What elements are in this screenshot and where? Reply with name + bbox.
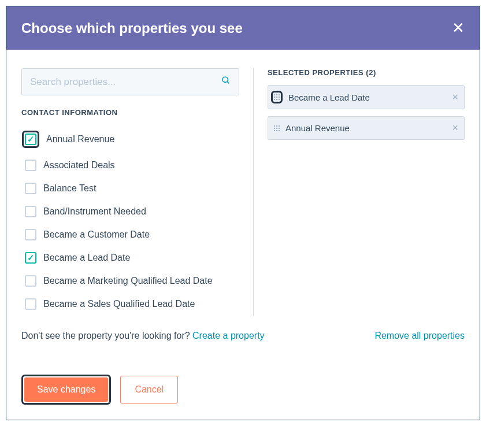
selected-list: Became a Lead Date×Annual Revenue× [268, 85, 465, 140]
missing-property-text: Don't see the property you're looking fo… [21, 331, 192, 340]
selected-item[interactable]: Became a Lead Date× [268, 85, 465, 109]
selected-count: 2 [369, 68, 373, 77]
dialog-header: Choose which properties you see ✕ [6, 6, 480, 50]
property-item[interactable]: Balance Test [21, 177, 239, 200]
dialog-title: Choose which properties you see [21, 20, 243, 36]
property-item[interactable]: Became a Lead Date [21, 246, 239, 269]
create-property-link[interactable]: Create a property [192, 331, 265, 340]
property-checkbox[interactable] [25, 160, 36, 171]
search-input[interactable] [30, 76, 221, 88]
property-item[interactable]: Band/Instrument Needed [21, 200, 239, 223]
selected-heading: SELECTED PROPERTIES (2) [268, 68, 465, 77]
drag-handle-icon[interactable] [274, 125, 280, 131]
cancel-button[interactable]: Cancel [120, 376, 178, 403]
property-label: Balance Test [43, 183, 96, 194]
save-button-highlight: Save changes [21, 375, 111, 405]
close-icon[interactable]: ✕ [452, 19, 465, 37]
selected-label-text: SELECTED PROPERTIES [268, 68, 363, 77]
property-item[interactable]: Associated Deals [21, 154, 239, 177]
svg-point-0 [222, 77, 228, 82]
property-label: Band/Instrument Needed [43, 206, 146, 217]
property-checkbox[interactable] [25, 229, 36, 240]
property-item[interactable]: Became a Marketing Qualified Lead Date [21, 269, 239, 293]
property-label: Became a Customer Date [43, 229, 150, 240]
drag-handle-icon[interactable] [274, 94, 280, 100]
property-checkbox[interactable] [25, 134, 36, 145]
property-checkbox[interactable] [25, 183, 36, 194]
property-item[interactable]: Annual Revenue [21, 125, 239, 154]
property-label: Became a Marketing Qualified Lead Date [43, 276, 213, 286]
property-checkbox[interactable] [25, 275, 36, 287]
selected-item-label: Annual Revenue [285, 123, 447, 133]
remove-icon[interactable]: × [452, 122, 458, 134]
property-item[interactable]: Became a Customer Date [21, 223, 239, 246]
properties-dialog: Choose which properties you see ✕ CONTAC… [6, 6, 480, 420]
selected-item-label: Became a Lead Date [288, 92, 447, 102]
remove-all-link[interactable]: Remove all properties [374, 331, 465, 341]
svg-line-1 [227, 82, 229, 83]
property-label: Annual Revenue [46, 134, 114, 145]
property-label: Became a Lead Date [43, 253, 130, 263]
property-checkbox[interactable] [25, 298, 36, 310]
property-checkbox[interactable] [25, 206, 36, 217]
create-property-prompt: Don't see the property you're looking fo… [21, 331, 265, 341]
available-properties-panel: CONTACT INFORMATION Annual RevenueAssoci… [21, 68, 239, 316]
drag-handle-highlight [271, 91, 283, 103]
property-label: Became a Sales Qualified Lead Date [43, 299, 195, 309]
property-checkbox[interactable] [25, 252, 36, 264]
footer-links: Don't see the property you're looking fo… [6, 326, 480, 347]
save-button[interactable]: Save changes [24, 377, 108, 402]
remove-icon[interactable]: × [452, 91, 458, 103]
section-label: CONTACT INFORMATION [21, 108, 239, 117]
search-icon [221, 76, 231, 88]
property-label: Associated Deals [43, 160, 115, 171]
selected-item[interactable]: Annual Revenue× [268, 116, 465, 140]
search-field-wrapper[interactable] [21, 68, 239, 95]
dialog-body: CONTACT INFORMATION Annual RevenueAssoci… [6, 50, 480, 326]
checkbox-highlight [22, 131, 39, 148]
selected-properties-panel: SELECTED PROPERTIES (2) Became a Lead Da… [253, 68, 465, 316]
property-item[interactable]: Became a Sales Qualified Lead Date [21, 293, 239, 316]
property-list: Annual RevenueAssociated DealsBalance Te… [21, 125, 239, 316]
footer-actions: Save changes Cancel [6, 347, 480, 420]
